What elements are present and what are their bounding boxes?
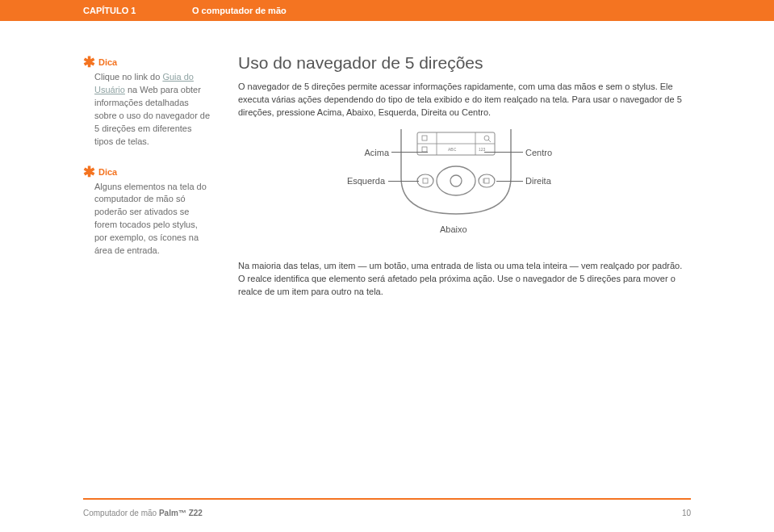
intro-paragraph: O navegador de 5 direções permite acessa… bbox=[238, 81, 686, 119]
label-abaixo: Abaixo bbox=[440, 224, 467, 234]
svg-rect-14 bbox=[423, 178, 428, 183]
navigator-diagram: ABC 123 Acima Centro Esquerda Dire bbox=[238, 128, 686, 249]
footer-product-pre: Computador de mão bbox=[83, 509, 159, 517]
svg-text:ABC: ABC bbox=[448, 147, 457, 152]
chapter-label: CAPÍTULO 1 bbox=[83, 6, 192, 15]
label-acima: Acima bbox=[349, 148, 389, 157]
label-centro: Centro bbox=[525, 148, 552, 157]
tip-label: Dica bbox=[98, 166, 117, 179]
svg-rect-4 bbox=[422, 136, 427, 140]
header-strip: CAPÍTULO 1 O computador de mão bbox=[83, 0, 691, 21]
asterisk-icon: ✱ bbox=[83, 166, 95, 178]
asterisk-icon: ✱ bbox=[83, 57, 95, 68]
page: CAPÍTULO 1 O computador de mão ✱ Dica Cl… bbox=[0, 0, 774, 532]
tip-2: ✱ Dica Alguns elementos na tela do compu… bbox=[83, 166, 212, 258]
footer-product-name: Palm™ Z22 bbox=[159, 509, 203, 517]
tip-body: Clique no link do Guia do Usuário na Web… bbox=[83, 71, 212, 149]
tip-head: ✱ Dica bbox=[83, 166, 212, 179]
svg-rect-15 bbox=[484, 178, 489, 183]
svg-point-12 bbox=[417, 174, 433, 187]
leader-line bbox=[391, 152, 428, 153]
leader-line bbox=[388, 181, 419, 182]
label-esquerda: Esquerda bbox=[337, 176, 385, 186]
tip-head: ✱ Dica bbox=[83, 57, 212, 69]
handheld-device-illustration: ABC 123 bbox=[400, 129, 513, 218]
svg-line-6 bbox=[488, 140, 491, 142]
tip-label: Dica bbox=[98, 57, 117, 69]
leader-line bbox=[496, 181, 523, 182]
main-content: Uso do navegador de 5 direções O navegad… bbox=[238, 53, 686, 307]
tip-text-pre: Clique no link do bbox=[94, 72, 162, 82]
footer: Computador de mão Palm™ Z22 10 bbox=[83, 509, 691, 517]
leader-line bbox=[484, 152, 523, 153]
page-number: 10 bbox=[682, 509, 691, 517]
sidebar: ✱ Dica Clique no link do Guia do Usuário… bbox=[83, 57, 212, 275]
page-title: Uso do navegador de 5 direções bbox=[238, 53, 686, 73]
tip-body: Alguns elementos na tela do computador d… bbox=[83, 181, 212, 258]
chapter-topic: O computador de mão bbox=[192, 6, 287, 15]
footer-rule bbox=[83, 498, 691, 500]
tip-1: ✱ Dica Clique no link do Guia do Usuário… bbox=[83, 57, 212, 149]
footer-product: Computador de mão Palm™ Z22 bbox=[83, 509, 203, 517]
svg-point-11 bbox=[450, 175, 462, 186]
closing-paragraph: Na maioria das telas, um item — um botão… bbox=[238, 260, 686, 299]
svg-point-10 bbox=[437, 166, 475, 195]
svg-point-13 bbox=[479, 174, 495, 187]
label-direita: Direita bbox=[525, 176, 551, 186]
